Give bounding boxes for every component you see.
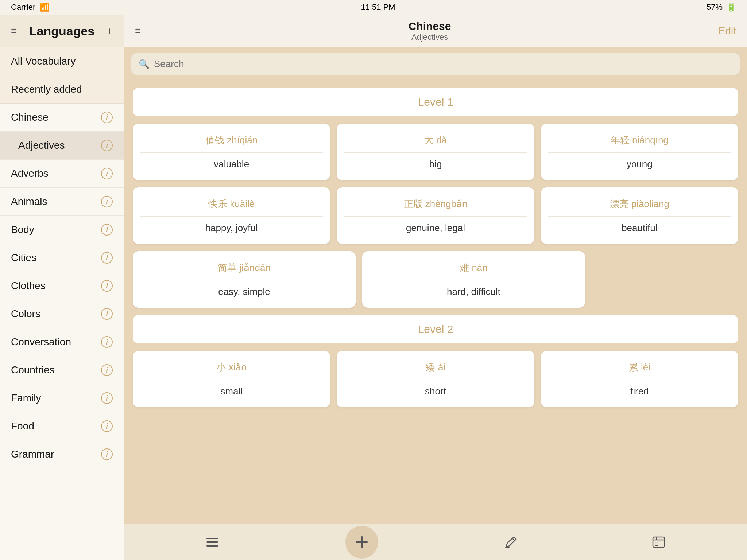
card-chinese-zhiqian: 值钱 zhíqián bbox=[140, 134, 323, 153]
list-view-button[interactable] bbox=[198, 529, 227, 555]
hamburger-icon[interactable]: ≡ bbox=[11, 25, 17, 37]
card-english-kuaile: happy, joyful bbox=[205, 222, 258, 234]
vocab-card-nan[interactable]: 难 nán hard, difficult bbox=[362, 251, 585, 308]
card-chinese-nianqing: 年轻 niánqīng bbox=[548, 134, 731, 153]
card-english-jiandan: easy, simple bbox=[218, 286, 270, 298]
sidebar-list: Chinese i Adjectives i Adverbs i Animals… bbox=[0, 104, 124, 560]
info-button-clothes[interactable]: i bbox=[101, 280, 113, 292]
svg-line-5 bbox=[512, 538, 515, 541]
info-button-body[interactable]: i bbox=[101, 224, 113, 236]
main-header: ≡ Chinese Adjectives Edit bbox=[124, 15, 747, 47]
sidebar-item-food[interactable]: Food i bbox=[0, 412, 124, 440]
main-title: Chinese bbox=[409, 20, 451, 32]
card-chinese-jiandan: 简单 jiǎndān bbox=[140, 261, 348, 280]
info-button-animals[interactable]: i bbox=[101, 196, 113, 207]
svg-rect-7 bbox=[653, 537, 665, 547]
sidebar-item-conversation[interactable]: Conversation i bbox=[0, 328, 124, 356]
card-chinese-ai: 矮 ǎi bbox=[344, 361, 527, 380]
carrier-text: Carrier bbox=[11, 3, 35, 12]
card-chinese-kuaile: 快乐 kuàilè bbox=[140, 198, 323, 217]
bottom-toolbar bbox=[124, 524, 747, 560]
recently-added-item[interactable]: Recently added bbox=[0, 75, 124, 103]
card-english-lei: tired bbox=[630, 386, 649, 397]
pencil-icon bbox=[504, 535, 518, 549]
info-button-grammar[interactable]: i bbox=[101, 448, 113, 460]
card-chinese-nan: 难 nán bbox=[369, 261, 578, 280]
add-language-icon[interactable]: + bbox=[107, 25, 113, 37]
search-input[interactable] bbox=[154, 58, 732, 70]
card-chinese-lei: 累 lèi bbox=[548, 361, 731, 380]
sidebar-item-animals[interactable]: Animals i bbox=[0, 188, 124, 216]
list-icon bbox=[205, 535, 220, 549]
info-button-cities[interactable]: i bbox=[101, 252, 113, 264]
sidebar-item-chinese[interactable]: Chinese i bbox=[0, 104, 124, 132]
vocab-card-jiandan[interactable]: 简单 jiǎndān easy, simple bbox=[133, 251, 356, 308]
vocab-card-nianqing[interactable]: 年轻 niánqīng young bbox=[541, 124, 738, 180]
svg-rect-6 bbox=[505, 547, 510, 548]
sidebar-item-body[interactable]: Body i bbox=[0, 216, 124, 244]
svg-rect-4 bbox=[356, 541, 368, 543]
card-chinese-da: 大 dà bbox=[344, 134, 527, 153]
settings-icon bbox=[651, 535, 666, 549]
edit-button[interactable]: Edit bbox=[719, 25, 736, 37]
app-body: ≡ Languages + All Vocabulary Recently ad… bbox=[0, 15, 747, 560]
card-chinese-xiao: 小 xiǎo bbox=[140, 361, 323, 380]
main-panel: ≡ Chinese Adjectives Edit 🔍 Level 1 值钱 z… bbox=[124, 15, 747, 560]
settings-button[interactable] bbox=[644, 529, 673, 555]
sidebar-item-family[interactable]: Family i bbox=[0, 384, 124, 412]
level-1-header: Level 1 bbox=[133, 88, 738, 116]
cards-area: Level 1 值钱 zhíqián valuable 大 dà big 年轻 … bbox=[124, 81, 747, 524]
status-right: 57% 🔋 bbox=[707, 3, 736, 12]
sidebar-item-adverbs[interactable]: Adverbs i bbox=[0, 160, 124, 188]
level-1-cards-row-2: 快乐 kuàilè happy, joyful 正版 zhèngbǎn genu… bbox=[133, 187, 738, 244]
card-english-xiao: small bbox=[220, 386, 243, 397]
card-english-nianqing: young bbox=[627, 159, 653, 170]
info-button-adjectives[interactable]: i bbox=[101, 140, 113, 151]
edit-card-button[interactable] bbox=[496, 529, 526, 555]
info-button-conversation[interactable]: i bbox=[101, 336, 113, 348]
sidebar-item-grammar[interactable]: Grammar i bbox=[0, 440, 124, 468]
sidebar-item-clothes[interactable]: Clothes i bbox=[0, 272, 124, 300]
info-button-adverbs[interactable]: i bbox=[101, 168, 113, 179]
info-button-colors[interactable]: i bbox=[101, 308, 113, 320]
svg-rect-0 bbox=[206, 538, 218, 539]
level-1-cards-row-1: 值钱 zhíqián valuable 大 dà big 年轻 niánqīng… bbox=[133, 124, 738, 180]
sidebar-item-adjectives[interactable]: Adjectives i bbox=[0, 132, 124, 160]
level-2-cards-row-1: 小 xiǎo small 矮 ǎi short 累 lèi tired bbox=[133, 351, 738, 407]
sidebar-item-countries[interactable]: Countries i bbox=[0, 356, 124, 384]
vocab-card-lei[interactable]: 累 lèi tired bbox=[541, 351, 738, 407]
search-bar-container: 🔍 bbox=[124, 47, 747, 81]
time-display: 11:51 PM bbox=[361, 3, 395, 12]
vocab-card-ai[interactable]: 矮 ǎi short bbox=[337, 351, 534, 407]
sidebar-title: Languages bbox=[29, 24, 94, 38]
status-bar: Carrier 📶 11:51 PM 57% 🔋 bbox=[0, 0, 747, 15]
vocab-card-zhengban[interactable]: 正版 zhèngbǎn genuine, legal bbox=[337, 187, 534, 244]
card-english-piaoliang: beautiful bbox=[622, 222, 657, 234]
all-vocabulary-item[interactable]: All Vocabulary bbox=[0, 47, 124, 75]
level-2-header: Level 2 bbox=[133, 315, 738, 343]
card-english-zhengban: genuine, legal bbox=[406, 222, 465, 234]
battery-text: 57% bbox=[707, 3, 723, 12]
vocab-card-piaoliang[interactable]: 漂亮 piàoliang beautiful bbox=[541, 187, 738, 244]
vocab-card-xiao[interactable]: 小 xiǎo small bbox=[133, 351, 330, 407]
info-button-countries[interactable]: i bbox=[101, 364, 113, 376]
card-english-da: big bbox=[429, 159, 442, 170]
sidebar-item-cities[interactable]: Cities i bbox=[0, 244, 124, 272]
search-icon: 🔍 bbox=[139, 59, 150, 69]
info-button-food[interactable]: i bbox=[101, 420, 113, 432]
info-button-family[interactable]: i bbox=[101, 392, 113, 404]
sidebar-item-colors[interactable]: Colors i bbox=[0, 300, 124, 328]
vocab-card-kuaile[interactable]: 快乐 kuàilè happy, joyful bbox=[133, 187, 330, 244]
vocab-card-zhiqian[interactable]: 值钱 zhíqián valuable bbox=[133, 124, 330, 180]
sidebar-header: ≡ Languages + bbox=[0, 15, 124, 47]
card-english-zhiqian: valuable bbox=[214, 159, 249, 170]
card-english-nan: hard, difficult bbox=[447, 286, 500, 298]
level-1-cards-row-3: 简单 jiǎndān easy, simple 难 nán hard, diff… bbox=[133, 251, 585, 308]
add-card-button[interactable] bbox=[345, 526, 378, 559]
svg-rect-10 bbox=[655, 542, 658, 546]
status-left: Carrier 📶 bbox=[11, 3, 50, 12]
info-button-chinese[interactable]: i bbox=[101, 112, 113, 123]
main-hamburger-icon[interactable]: ≡ bbox=[135, 25, 141, 37]
sidebar-special-section: All Vocabulary Recently added bbox=[0, 47, 124, 104]
vocab-card-da[interactable]: 大 dà big bbox=[337, 124, 534, 180]
